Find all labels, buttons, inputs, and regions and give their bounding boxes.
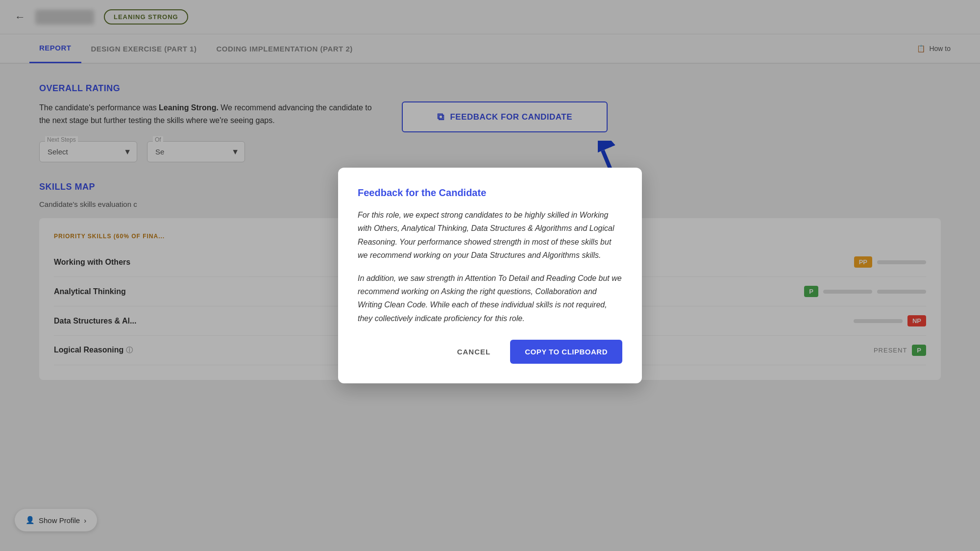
- modal-overlay[interactable]: Feedback for the Candidate For this role…: [0, 0, 980, 551]
- feedback-modal: Feedback for the Candidate For this role…: [338, 168, 642, 383]
- modal-title: Feedback for the Candidate: [358, 187, 622, 199]
- modal-paragraph-2: In addition, we saw strength in Attentio…: [358, 272, 622, 325]
- cancel-button[interactable]: CANCEL: [447, 343, 501, 361]
- modal-body: For this role, we expect strong candidat…: [358, 208, 622, 325]
- modal-paragraph-1: For this role, we expect strong candidat…: [358, 208, 622, 262]
- modal-actions: CANCEL COPY TO CLIPBOARD: [358, 340, 622, 364]
- copy-to-clipboard-button[interactable]: COPY TO CLIPBOARD: [510, 340, 622, 364]
